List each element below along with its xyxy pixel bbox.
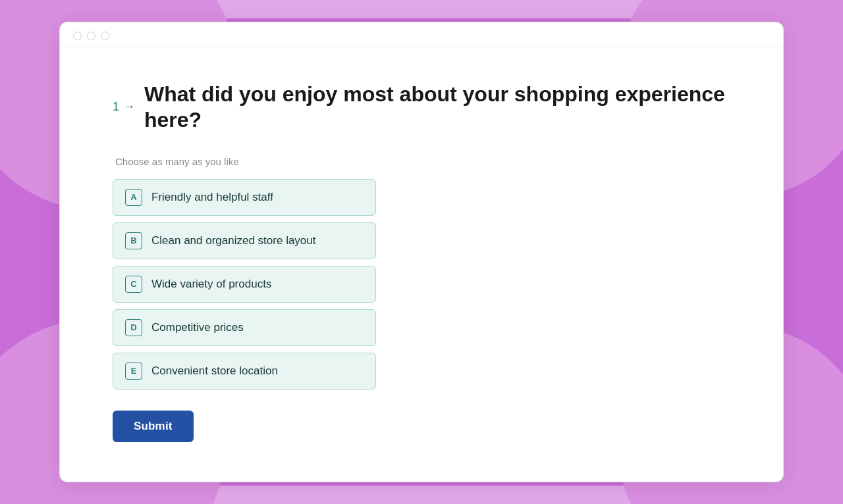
question-number-text: 1 xyxy=(113,100,119,114)
window-dot-3 xyxy=(101,32,109,40)
browser-window: 1 → What did you enjoy most about your s… xyxy=(59,22,784,482)
option-item-e[interactable]: EConvenient store location xyxy=(113,353,376,390)
option-letter-box-a: A xyxy=(125,189,142,206)
option-item-b[interactable]: BClean and organized store layout xyxy=(113,222,376,259)
window-dot-2 xyxy=(87,32,95,40)
question-header: 1 → What did you enjoy most about your s… xyxy=(113,82,730,132)
option-letter-box-b: B xyxy=(125,232,142,249)
option-label-c: Wide variety of products xyxy=(151,278,271,291)
option-item-c[interactable]: CWide variety of products xyxy=(113,266,376,303)
option-letter-a: A xyxy=(130,192,136,202)
option-letter-box-c: C xyxy=(125,276,142,293)
option-letter-box-e: E xyxy=(125,363,142,380)
option-letter-d: D xyxy=(130,322,136,332)
window-content: 1 → What did you enjoy most about your s… xyxy=(60,47,783,482)
option-label-b: Clean and organized store layout xyxy=(151,234,316,247)
question-text: What did you enjoy most about your shopp… xyxy=(144,82,730,132)
option-label-e: Convenient store location xyxy=(151,365,278,378)
bg-strip-top xyxy=(0,0,843,18)
option-label-d: Competitive prices xyxy=(151,321,244,334)
titlebar xyxy=(60,22,783,47)
option-letter-b: B xyxy=(130,236,136,245)
options-list: AFriendly and helpful staffBClean and or… xyxy=(113,179,730,390)
bg-strip-bottom xyxy=(0,486,843,504)
option-item-a[interactable]: AFriendly and helpful staff xyxy=(113,179,376,216)
question-number: 1 → xyxy=(113,100,135,114)
option-label-a: Friendly and helpful staff xyxy=(151,191,273,204)
submit-button[interactable]: Submit xyxy=(113,411,194,442)
question-arrow-icon: → xyxy=(123,100,135,114)
instruction-text: Choose as many as you like xyxy=(115,156,730,167)
option-item-d[interactable]: DCompetitive prices xyxy=(113,309,376,346)
option-letter-e: E xyxy=(131,366,137,376)
option-letter-box-d: D xyxy=(125,319,142,336)
option-letter-c: C xyxy=(130,279,136,289)
window-dot-1 xyxy=(73,32,82,40)
